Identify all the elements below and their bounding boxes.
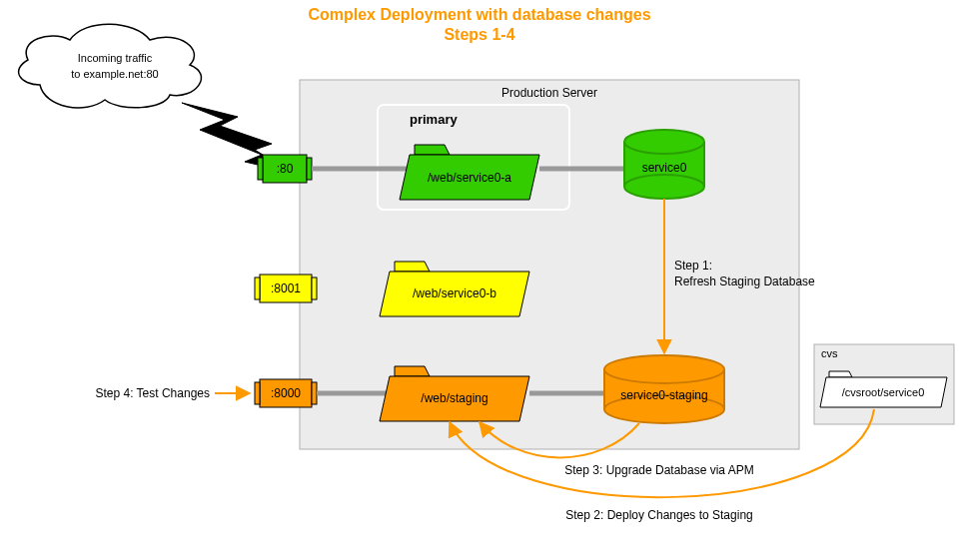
db-service0-label: service0 [642,161,687,175]
svg-rect-1 [258,158,263,180]
diagram-canvas: Complex Deployment with database changes… [0,0,959,560]
step1-text-line1: Step 1: [674,259,712,273]
folder-staging-label: /web/staging [421,391,487,405]
folder-service0-b-label: /web/service0-b [413,286,496,300]
port-8001: :8001 [255,275,317,302]
folder-service0-a-label: /web/service0-a [428,171,511,185]
db-service0-staging: service0-staging [604,355,724,423]
production-server-label: Production Server [501,86,597,100]
port-80-label: :80 [277,162,294,176]
svg-rect-9 [255,278,260,299]
svg-rect-10 [312,278,317,299]
title-line1: Complex Deployment with database changes [308,6,650,23]
cloud-incoming-traffic: Incoming traffic to example.net:80 [19,24,202,108]
folder-cvsroot-label: /cvsroot/service0 [842,386,925,398]
step1-text-line2: Refresh Staging Database [674,275,815,288]
primary-label: primary [410,112,458,127]
svg-rect-12 [255,382,260,404]
step4-text: Step 4: Test Changes [95,386,210,400]
cvs-label: cvs [821,347,838,359]
title-line2: Steps 1-4 [444,26,514,43]
port-8000-label: :8000 [271,386,301,400]
cloud-text-line1: Incoming traffic [78,52,153,64]
svg-rect-13 [312,382,317,404]
db-service0: service0 [624,130,704,199]
svg-point-7 [624,175,704,199]
port-8000: :8000 [255,379,317,407]
svg-rect-2 [307,158,312,180]
step2-text: Step 2: Deploy Changes to Staging [565,508,752,522]
step3-text: Step 3: Upgrade Database via APM [564,463,753,477]
port-80: :80 [258,155,312,183]
db-service0-staging-label: service0-staging [620,388,707,402]
port-8001-label: :8001 [271,281,301,295]
cloud-text-line2: to example.net:80 [71,68,158,80]
